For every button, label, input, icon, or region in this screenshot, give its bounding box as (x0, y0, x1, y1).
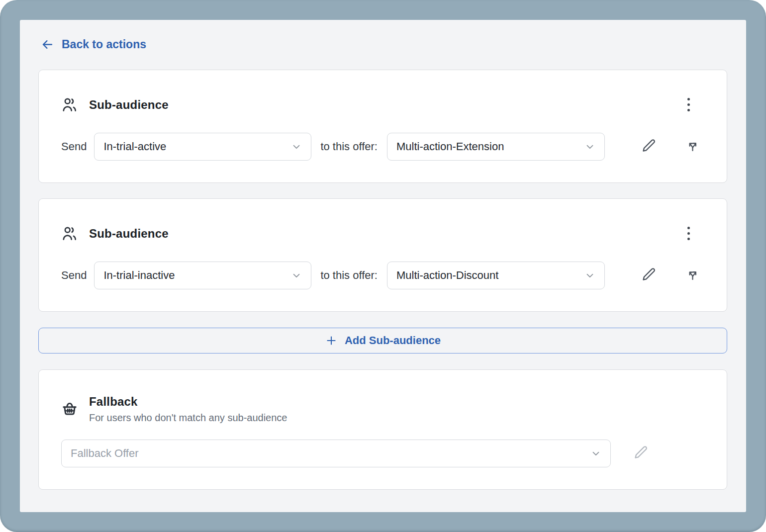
edit-pencil-icon (642, 138, 656, 155)
kebab-menu-icon (687, 98, 690, 100)
audience-select[interactable]: In-trial-inactive (94, 262, 311, 289)
card-menu-button[interactable] (679, 96, 697, 114)
back-to-actions-link[interactable]: Back to actions (41, 37, 146, 52)
edit-fallback-offer-button[interactable] (632, 444, 650, 462)
card-actions (640, 266, 704, 284)
edit-pencil-icon (642, 267, 656, 283)
users-icon (61, 96, 78, 113)
edit-pencil-icon (634, 445, 648, 461)
card-title: Sub-audience (89, 227, 169, 241)
send-label: Send (61, 269, 87, 282)
plus-icon (325, 334, 338, 347)
offer-label: to this offer: (320, 269, 378, 282)
fallback-offer-select[interactable]: Fallback Offer (61, 440, 611, 467)
fallback-title: Fallback (89, 395, 287, 409)
branch-button[interactable] (683, 266, 701, 284)
edit-offer-button[interactable] (640, 138, 658, 156)
sub-audience-card: Sub-audience Send In-trial-active to thi… (38, 70, 727, 183)
fallback-controls-row: Fallback Offer (61, 440, 704, 467)
shopping-basket-icon (61, 401, 78, 418)
card-controls-row: Send In-trial-inactive to this offer: Mu… (61, 262, 704, 289)
chevron-down-icon (590, 448, 601, 459)
actions-panel: Back to actions Sub-audience (20, 20, 746, 512)
fallback-card: Fallback For users who don't match any s… (38, 369, 727, 490)
send-label: Send (61, 140, 87, 153)
app-window: Back to actions Sub-audience (0, 0, 766, 532)
offer-select-value: Multi-action-Discount (396, 269, 584, 282)
back-arrow-icon (41, 38, 54, 51)
audience-select[interactable]: In-trial-active (94, 133, 311, 161)
card-actions (640, 138, 704, 156)
kebab-menu-icon (687, 227, 690, 229)
branch-split-icon (685, 138, 700, 155)
fallback-offer-placeholder: Fallback Offer (71, 447, 590, 460)
card-controls-row: Send In-trial-active to this offer: Mult… (61, 133, 704, 161)
chevron-down-icon (584, 141, 595, 152)
card-title: Sub-audience (89, 98, 169, 112)
audience-select-value: In-trial-inactive (103, 269, 291, 282)
edit-offer-button[interactable] (640, 266, 658, 284)
offer-label: to this offer: (320, 140, 378, 153)
card-header: Sub-audience (61, 95, 704, 115)
users-icon (61, 225, 78, 242)
offer-select-value: Multi-action-Extension (396, 140, 584, 153)
add-button-label: Add Sub-audience (345, 334, 441, 347)
chevron-down-icon (291, 270, 302, 281)
chevron-down-icon (584, 270, 595, 281)
add-sub-audience-button[interactable]: Add Sub-audience (38, 328, 727, 354)
back-link-label: Back to actions (62, 38, 146, 51)
fallback-subtitle: For users who don't match any sub-audien… (89, 412, 287, 424)
sub-audience-card: Sub-audience Send In-trial-inactive to t… (38, 198, 727, 312)
branch-split-icon (685, 267, 700, 283)
offer-select[interactable]: Multi-action-Discount (387, 262, 605, 289)
card-header: Sub-audience (61, 224, 704, 244)
chevron-down-icon (291, 141, 302, 152)
card-menu-button[interactable] (679, 225, 697, 243)
branch-button[interactable] (683, 138, 701, 156)
fallback-header: Fallback For users who don't match any s… (61, 395, 704, 424)
audience-select-value: In-trial-active (103, 140, 291, 153)
offer-select[interactable]: Multi-action-Extension (387, 133, 605, 161)
